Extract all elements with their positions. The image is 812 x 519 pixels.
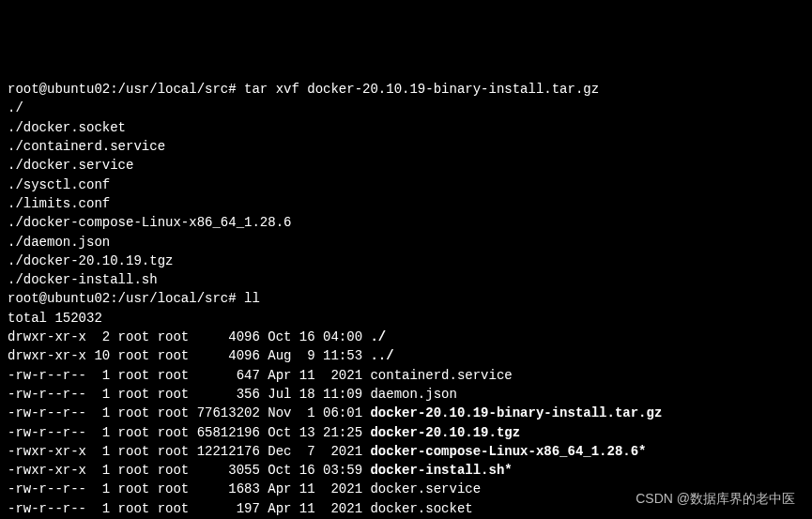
tar-output-line: ./daemon.json xyxy=(8,233,804,252)
ll-row: drwxr-xr-x 2 root root 4096 Oct 16 04:00… xyxy=(8,328,804,346)
ll-row: -rw-r--r-- 1 root root 647 Apr 11 2021 c… xyxy=(8,366,804,385)
tar-output-line: ./docker-20.10.19.tgz xyxy=(8,252,804,270)
tar-output-line: ./docker.service xyxy=(8,156,804,175)
tar-output-line: ./sysctl.conf xyxy=(8,176,804,194)
tar-output-line: ./docker-compose-Linux-x86_64_1.28.6 xyxy=(8,213,804,232)
tar-output-line: ./ xyxy=(8,99,804,117)
command-line[interactable]: root@ubuntu02:/usr/local/src# ll xyxy=(8,289,804,308)
ll-row: -rw-r--r-- 1 root root 356 Jul 18 11:09 … xyxy=(8,385,804,404)
tar-output-line: ./docker-install.sh xyxy=(8,270,804,289)
tar-output-line: ./limits.conf xyxy=(8,194,804,213)
ll-row: -rw-r--r-- 1 root root 77613202 Nov 1 06… xyxy=(8,404,804,422)
terminal-output: root@ubuntu02:/usr/local/src# tar xvf do… xyxy=(8,80,804,519)
ll-total: total 152032 xyxy=(8,309,804,328)
ll-row: -rwxr-xr-x 1 root root 3055 Oct 16 03:59… xyxy=(8,461,804,480)
tar-output-line: ./docker.socket xyxy=(8,118,804,137)
ll-row: drwxr-xr-x 10 root root 4096 Aug 9 11:53… xyxy=(8,346,804,365)
ll-row: -rwxr-xr-x 1 root root 12212176 Dec 7 20… xyxy=(8,442,804,461)
tar-output-line: ./containerd.service xyxy=(8,137,804,156)
watermark-text: CSDN @数据库界的老中医 xyxy=(636,489,795,508)
command-line[interactable]: root@ubuntu02:/usr/local/src# tar xvf do… xyxy=(8,80,804,99)
ll-row: -rw-r--r-- 1 root root 65812196 Oct 13 2… xyxy=(8,423,804,442)
